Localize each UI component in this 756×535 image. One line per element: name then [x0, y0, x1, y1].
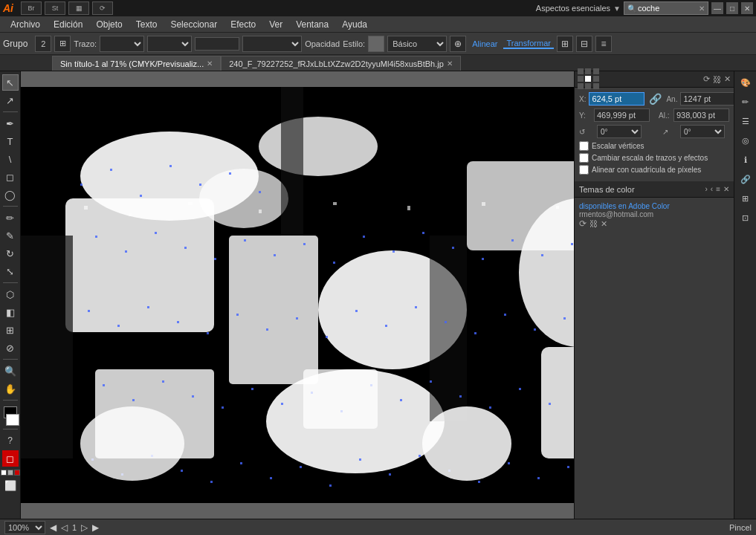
menu-edicion[interactable]: Edición [48, 18, 88, 31]
transformar-button[interactable]: Transformar [503, 39, 554, 49]
menu-ayuda[interactable]: Ayuda [336, 18, 373, 31]
tool-select[interactable]: ↖ [2, 74, 19, 91]
toolbar-extra1[interactable]: ⊞ [557, 36, 573, 52]
tab-close-1[interactable]: ✕ [447, 59, 453, 68]
tool-rotate[interactable]: ↻ [2, 245, 19, 262]
temas-link[interactable]: disponibles en Adobe Color [579, 202, 670, 210]
tool-artboard[interactable]: ⬜ [2, 477, 19, 493]
tool-blend[interactable]: ⬡ [2, 286, 19, 302]
tool-preview[interactable]: ◻ [2, 450, 19, 467]
temas-chevron-right[interactable]: › [705, 185, 707, 193]
tool-question[interactable]: ? [2, 432, 19, 449]
menu-ver[interactable]: Ver [263, 18, 288, 31]
temas-close[interactable]: ✕ [723, 185, 729, 193]
style-color-box[interactable] [368, 36, 384, 52]
search-wrap[interactable]: 🔍 ✕ [624, 1, 708, 15]
zoom-select[interactable]: 100% [4, 521, 45, 534]
stroke-style[interactable] [242, 36, 302, 52]
al-input[interactable] [673, 108, 729, 122]
svg-rect-72 [400, 399, 402, 401]
menu-texto[interactable]: Texto [130, 18, 164, 31]
tool-ellipse[interactable]: ◯ [2, 187, 19, 203]
svg-rect-30 [333, 262, 335, 264]
stock-icon[interactable]: St [45, 1, 65, 15]
toolbar-icon1[interactable]: ⊞ [54, 36, 71, 52]
tool-hand[interactable]: ✋ [2, 380, 19, 397]
nav-prev2[interactable]: ◁ [61, 522, 68, 533]
workspace-chevron[interactable]: ▼ [613, 4, 621, 13]
menu-ventana[interactable]: Ventana [290, 18, 335, 31]
tool-mesh[interactable]: ⊞ [2, 322, 19, 338]
artwork[interactable] [21, 87, 574, 503]
tool-line[interactable]: \ [2, 151, 19, 167]
side-links[interactable]: 🔗 [737, 171, 754, 187]
an-input[interactable] [680, 92, 736, 106]
temas-chevron-left[interactable]: ‹ [711, 185, 713, 193]
escalar-checkbox[interactable] [579, 141, 589, 151]
transform-close[interactable]: ✕ [724, 74, 731, 84]
transform-chain[interactable]: ⛓ [713, 75, 721, 84]
cambiar-checkbox[interactable] [579, 153, 589, 163]
tool-zoom[interactable]: 🔍 [2, 363, 19, 379]
tool-rect[interactable]: ◻ [2, 169, 19, 185]
maximize-button[interactable]: □ [726, 2, 738, 14]
canvas-area[interactable] [21, 71, 574, 519]
side-extra[interactable]: ⊡ [737, 210, 754, 226]
alinear-button[interactable]: Alinear [469, 39, 500, 48]
tool-direct-select[interactable]: ↗ [2, 92, 19, 108]
toolbar-extra3[interactable]: ≡ [595, 36, 612, 52]
nav-prev[interactable]: ◀ [50, 522, 56, 533]
refresh-button[interactable]: ⟳ [579, 218, 587, 229]
side-align[interactable]: ⊞ [737, 190, 754, 207]
swatch-white[interactable] [1, 470, 7, 476]
side-layers[interactable]: ☰ [737, 113, 754, 129]
search-input[interactable] [638, 4, 697, 13]
temas-close2[interactable]: ✕ [601, 219, 607, 229]
temas-chain[interactable]: ⛓ [589, 219, 598, 228]
kuler-icon[interactable]: ⟳ [92, 1, 113, 15]
minimize-button[interactable]: — [711, 2, 723, 14]
tab-1[interactable]: 240_F_79227252_fRJxLbLtXZzw2D2tyyuMl4i58… [221, 56, 461, 71]
angle1-select[interactable]: 0° [597, 125, 642, 138]
menu-seleccionar[interactable]: Seleccionar [164, 18, 223, 31]
nav-next[interactable]: ▷ [81, 522, 88, 533]
tool-paintbrush[interactable]: ✏ [2, 210, 19, 226]
swatch-red[interactable] [14, 470, 20, 476]
menu-archivo[interactable]: Archivo [4, 18, 46, 31]
stroke-color-box[interactable] [195, 37, 239, 51]
stroke-size[interactable] [147, 36, 192, 52]
tab-close-0[interactable]: ✕ [207, 59, 213, 68]
tool-type[interactable]: T [2, 133, 19, 149]
swatch-gray[interactable] [7, 470, 13, 476]
toolbar-select1[interactable]: 2 [35, 36, 51, 52]
tool-gradient[interactable]: ◧ [2, 304, 19, 320]
temas-menu[interactable]: ≡ [716, 185, 720, 193]
side-color[interactable]: 🎨 [737, 74, 754, 91]
tool-scale[interactable]: ⤡ [2, 263, 19, 279]
nav-next2[interactable]: ▶ [92, 522, 99, 533]
search-clear-icon[interactable]: ✕ [699, 4, 705, 13]
stroke-select[interactable] [100, 36, 144, 52]
tool-pen[interactable]: ✒ [2, 115, 19, 132]
alinear-cuad-checkbox[interactable] [579, 165, 589, 175]
transform-refresh[interactable]: ⟳ [703, 74, 710, 84]
angle2-select[interactable]: 0° [680, 125, 725, 138]
x-input[interactable] [589, 92, 644, 106]
close-button[interactable]: ✕ [741, 2, 753, 14]
tab-0[interactable]: Sin título-1 al 71% (CMYK/Previsualiz...… [52, 56, 221, 71]
style-icon-btn[interactable]: ⊕ [450, 36, 466, 52]
view-icon[interactable]: ▦ [68, 1, 89, 15]
svg-rect-96 [508, 462, 510, 464]
menu-efecto[interactable]: Efecto [224, 18, 262, 31]
side-brush[interactable]: ✏ [737, 94, 754, 110]
menu-objeto[interactable]: Objeto [90, 18, 128, 31]
style-select[interactable]: Básico [387, 36, 447, 52]
background-color[interactable] [6, 414, 19, 426]
toolbar-extra2[interactable]: ⊟ [576, 36, 592, 52]
bridge-icon[interactable]: Br [21, 1, 42, 15]
tool-eyedropper[interactable]: ⊘ [2, 340, 19, 356]
tool-pencil[interactable]: ✎ [2, 227, 19, 244]
side-nav[interactable]: ◎ [737, 132, 754, 149]
y-input[interactable] [594, 108, 650, 122]
side-info[interactable]: ℹ [737, 152, 754, 168]
